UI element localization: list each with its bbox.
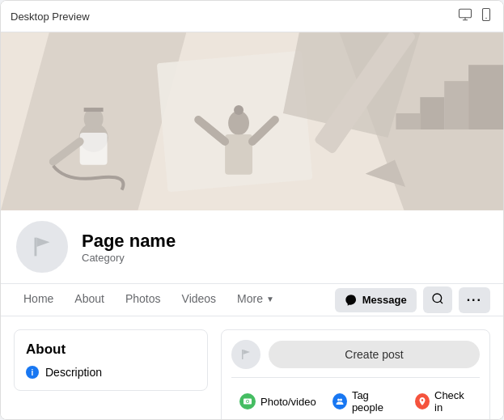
svg-point-37 [340,399,342,401]
profile-section: Page name Category [1,210,503,284]
checkin-icon [415,393,430,409]
page-name: Page name [82,231,176,252]
desktop-icon[interactable] [458,7,472,25]
message-button[interactable]: Message [335,288,417,312]
svg-line-30 [440,301,443,303]
title-bar-label: Desktop Preview [11,11,90,23]
more-options-button[interactable]: ··· [459,287,490,313]
svg-rect-26 [468,65,503,129]
svg-point-36 [337,399,340,401]
about-card: About i Description [14,329,208,391]
tag-people-label: Tag people [352,389,399,414]
message-label: Message [362,294,407,306]
create-post-button[interactable]: Create post [269,341,480,368]
title-bar: Desktop Preview [1,1,503,32]
svg-rect-31 [242,350,244,359]
about-title: About [26,342,196,358]
nav-item-more[interactable]: More ▼ [227,284,284,316]
search-button[interactable] [423,286,452,313]
svg-point-4 [485,18,487,19]
photo-icon [239,393,256,409]
svg-rect-13 [80,133,108,165]
chevron-down-icon: ▼ [266,295,274,303]
nav-item-photos[interactable]: Photos [116,284,171,316]
svg-point-35 [247,401,249,403]
nav-left: Home About Photos Videos More ▼ [14,284,284,316]
post-avatar [231,340,260,369]
create-post-top: Create post [231,340,480,369]
nav-bar: Home About Photos Videos More ▼ Message [1,284,503,316]
about-description-item: i Description [26,366,196,379]
svg-point-29 [433,294,442,303]
ellipsis-icon: ··· [467,293,482,308]
photo-video-action[interactable]: Photo/video [231,388,324,414]
messenger-icon [345,294,358,307]
svg-rect-24 [420,97,444,129]
svg-rect-23 [396,113,420,129]
right-column: Create post Photo [221,329,490,419]
svg-marker-28 [36,238,49,247]
check-in-action[interactable]: Check in [407,384,480,418]
svg-marker-32 [244,350,251,354]
page-content: Page name Category Home About Photos Vid… [1,32,503,419]
cover-photo [1,32,503,210]
mobile-icon[interactable] [479,7,493,25]
svg-rect-16 [225,134,252,175]
nav-right: Message ··· [335,286,490,313]
check-in-label: Check in [434,389,472,414]
page-info: Page name Category [82,231,176,264]
nav-item-videos[interactable]: Videos [172,284,227,316]
post-actions: Photo/video Tag people [231,377,480,418]
avatar [14,218,70,275]
nav-item-about[interactable]: About [65,284,114,316]
about-description: Description [45,366,102,379]
create-post-card: Create post Photo [221,329,490,419]
svg-point-19 [234,105,244,115]
search-icon [431,292,444,308]
svg-rect-25 [444,81,468,129]
tag-icon [332,393,347,409]
svg-rect-12 [84,108,104,112]
info-icon: i [26,366,39,379]
svg-rect-27 [35,238,37,257]
nav-more-label: More [237,292,263,305]
svg-rect-0 [460,9,472,18]
title-bar-icons [458,7,493,25]
left-column: About i Description [14,329,208,419]
nav-item-home[interactable]: Home [14,284,63,316]
main-content: About i Description [1,316,503,419]
tag-people-action[interactable]: Tag people [324,384,407,418]
desktop-preview-window: Desktop Preview [0,0,504,420]
page-category: Category [82,252,176,264]
photo-video-label: Photo/video [260,396,316,408]
